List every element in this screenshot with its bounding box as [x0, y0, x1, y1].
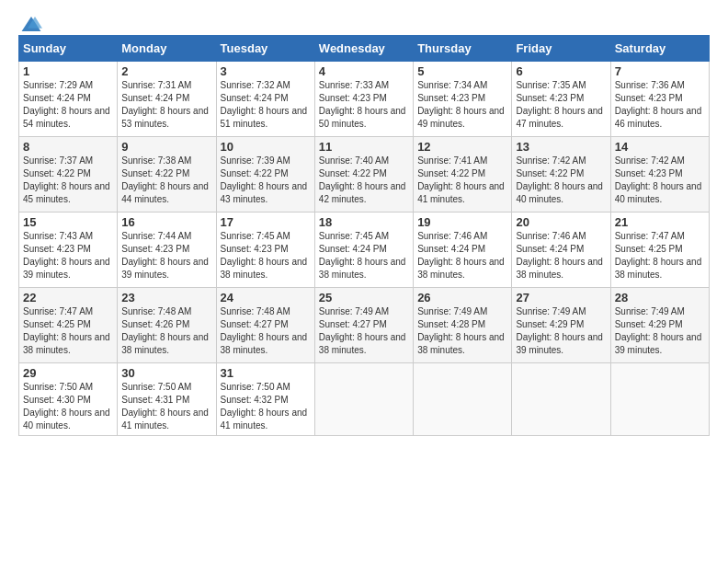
day-info: Sunrise: 7:43 AM Sunset: 4:23 PM Dayligh…	[23, 230, 113, 282]
day-number: 25	[319, 291, 409, 304]
calendar-cell: 31 Sunrise: 7:50 AM Sunset: 4:32 PM Dayl…	[216, 363, 314, 436]
day-number: 10	[221, 140, 311, 154]
calendar-cell: 1 Sunrise: 7:29 AM Sunset: 4:24 PM Dayli…	[19, 62, 118, 137]
day-number: 22	[23, 291, 113, 304]
calendar-cell	[414, 363, 512, 436]
calendar-cell: 16 Sunrise: 7:44 AM Sunset: 4:23 PM Dayl…	[118, 213, 216, 288]
calendar-cell: 5 Sunrise: 7:34 AM Sunset: 4:23 PM Dayli…	[414, 62, 512, 137]
calendar-cell: 21 Sunrise: 7:47 AM Sunset: 4:25 PM Dayl…	[610, 213, 709, 288]
calendar-cell: 8 Sunrise: 7:37 AM Sunset: 4:22 PM Dayli…	[19, 137, 118, 213]
calendar-cell: 24 Sunrise: 7:48 AM Sunset: 4:27 PM Dayl…	[216, 288, 314, 363]
calendar-cell: 7 Sunrise: 7:36 AM Sunset: 4:23 PM Dayli…	[610, 62, 709, 137]
day-info: Sunrise: 7:36 AM Sunset: 4:23 PM Dayligh…	[615, 79, 705, 131]
calendar-day-header: Thursday	[414, 36, 512, 62]
day-info: Sunrise: 7:40 AM Sunset: 4:22 PM Dayligh…	[319, 155, 409, 206]
calendar-week-row: 8 Sunrise: 7:37 AM Sunset: 4:22 PM Dayli…	[19, 137, 710, 213]
calendar-cell: 18 Sunrise: 7:45 AM Sunset: 4:24 PM Dayl…	[314, 213, 413, 288]
day-number: 17	[221, 215, 311, 229]
day-info: Sunrise: 7:47 AM Sunset: 4:25 PM Dayligh…	[615, 230, 705, 282]
page-container: SundayMondayTuesdayWednesdayThursdayFrid…	[0, 0, 728, 445]
day-number: 31	[221, 366, 311, 380]
calendar-cell: 13 Sunrise: 7:42 AM Sunset: 4:22 PM Dayl…	[512, 137, 610, 213]
day-info: Sunrise: 7:46 AM Sunset: 4:24 PM Dayligh…	[516, 230, 606, 282]
day-info: Sunrise: 7:50 AM Sunset: 4:32 PM Dayligh…	[221, 381, 311, 432]
calendar-cell: 19 Sunrise: 7:46 AM Sunset: 4:24 PM Dayl…	[414, 213, 512, 288]
calendar-cell: 29 Sunrise: 7:50 AM Sunset: 4:30 PM Dayl…	[19, 363, 118, 436]
day-info: Sunrise: 7:47 AM Sunset: 4:25 PM Dayligh…	[23, 305, 113, 357]
day-info: Sunrise: 7:38 AM Sunset: 4:22 PM Dayligh…	[121, 155, 211, 206]
day-info: Sunrise: 7:34 AM Sunset: 4:23 PM Dayligh…	[417, 79, 507, 131]
day-number: 5	[417, 64, 507, 78]
day-info: Sunrise: 7:29 AM Sunset: 4:24 PM Dayligh…	[23, 79, 113, 131]
day-number: 23	[121, 291, 211, 304]
day-number: 4	[319, 64, 409, 78]
day-number: 18	[319, 215, 409, 229]
day-number: 8	[23, 140, 113, 154]
calendar-cell: 9 Sunrise: 7:38 AM Sunset: 4:22 PM Dayli…	[118, 137, 216, 213]
day-number: 7	[615, 64, 705, 78]
day-info: Sunrise: 7:42 AM Sunset: 4:22 PM Dayligh…	[516, 155, 606, 206]
calendar-cell: 28 Sunrise: 7:49 AM Sunset: 4:29 PM Dayl…	[610, 288, 709, 363]
calendar-cell: 20 Sunrise: 7:46 AM Sunset: 4:24 PM Dayl…	[512, 213, 610, 288]
calendar-cell: 10 Sunrise: 7:39 AM Sunset: 4:22 PM Dayl…	[216, 137, 314, 213]
calendar-cell: 3 Sunrise: 7:32 AM Sunset: 4:24 PM Dayli…	[216, 62, 314, 137]
calendar-cell: 2 Sunrise: 7:31 AM Sunset: 4:24 PM Dayli…	[118, 62, 216, 137]
header	[18, 15, 710, 28]
day-info: Sunrise: 7:45 AM Sunset: 4:24 PM Dayligh…	[319, 230, 409, 282]
calendar-cell: 11 Sunrise: 7:40 AM Sunset: 4:22 PM Dayl…	[314, 137, 413, 213]
day-info: Sunrise: 7:41 AM Sunset: 4:22 PM Dayligh…	[417, 155, 507, 206]
day-info: Sunrise: 7:44 AM Sunset: 4:23 PM Dayligh…	[121, 230, 211, 282]
day-info: Sunrise: 7:49 AM Sunset: 4:27 PM Dayligh…	[319, 305, 409, 357]
calendar-day-header: Monday	[118, 36, 216, 62]
day-number: 20	[516, 215, 606, 229]
calendar-week-row: 22 Sunrise: 7:47 AM Sunset: 4:25 PM Dayl…	[19, 288, 710, 363]
day-number: 26	[417, 291, 507, 304]
day-info: Sunrise: 7:50 AM Sunset: 4:31 PM Dayligh…	[121, 381, 211, 432]
day-info: Sunrise: 7:48 AM Sunset: 4:26 PM Dayligh…	[121, 305, 211, 357]
calendar-week-row: 1 Sunrise: 7:29 AM Sunset: 4:24 PM Dayli…	[19, 62, 710, 137]
day-info: Sunrise: 7:31 AM Sunset: 4:24 PM Dayligh…	[121, 79, 211, 131]
day-number: 16	[121, 215, 211, 229]
calendar-cell: 26 Sunrise: 7:49 AM Sunset: 4:28 PM Dayl…	[414, 288, 512, 363]
day-info: Sunrise: 7:33 AM Sunset: 4:23 PM Dayligh…	[319, 79, 409, 131]
day-info: Sunrise: 7:49 AM Sunset: 4:29 PM Dayligh…	[615, 305, 705, 357]
calendar-day-header: Sunday	[19, 36, 118, 62]
day-info: Sunrise: 7:37 AM Sunset: 4:22 PM Dayligh…	[23, 155, 113, 206]
calendar-cell: 6 Sunrise: 7:35 AM Sunset: 4:23 PM Dayli…	[512, 62, 610, 137]
calendar-header-row: SundayMondayTuesdayWednesdayThursdayFrid…	[19, 36, 710, 62]
logo	[18, 15, 42, 28]
day-info: Sunrise: 7:48 AM Sunset: 4:27 PM Dayligh…	[221, 305, 311, 357]
day-info: Sunrise: 7:50 AM Sunset: 4:30 PM Dayligh…	[23, 381, 113, 432]
day-number: 11	[319, 140, 409, 154]
day-info: Sunrise: 7:49 AM Sunset: 4:28 PM Dayligh…	[417, 305, 507, 357]
day-number: 29	[23, 366, 113, 380]
day-info: Sunrise: 7:39 AM Sunset: 4:22 PM Dayligh…	[221, 155, 311, 206]
calendar-cell: 22 Sunrise: 7:47 AM Sunset: 4:25 PM Dayl…	[19, 288, 118, 363]
calendar-cell	[610, 363, 709, 436]
day-number: 2	[121, 64, 211, 78]
logo-icon	[20, 15, 42, 33]
day-number: 9	[121, 140, 211, 154]
calendar-cell: 25 Sunrise: 7:49 AM Sunset: 4:27 PM Dayl…	[314, 288, 413, 363]
day-info: Sunrise: 7:42 AM Sunset: 4:23 PM Dayligh…	[615, 155, 705, 206]
calendar-cell: 12 Sunrise: 7:41 AM Sunset: 4:22 PM Dayl…	[414, 137, 512, 213]
day-number: 27	[516, 291, 606, 304]
day-number: 12	[417, 140, 507, 154]
day-number: 30	[121, 366, 211, 380]
day-info: Sunrise: 7:49 AM Sunset: 4:29 PM Dayligh…	[516, 305, 606, 357]
calendar-cell	[314, 363, 413, 436]
calendar-cell: 14 Sunrise: 7:42 AM Sunset: 4:23 PM Dayl…	[610, 137, 709, 213]
calendar-cell: 15 Sunrise: 7:43 AM Sunset: 4:23 PM Dayl…	[19, 213, 118, 288]
day-info: Sunrise: 7:35 AM Sunset: 4:23 PM Dayligh…	[516, 79, 606, 131]
day-number: 6	[516, 64, 606, 78]
calendar-day-header: Wednesday	[314, 36, 413, 62]
day-number: 14	[615, 140, 705, 154]
calendar-cell: 23 Sunrise: 7:48 AM Sunset: 4:26 PM Dayl…	[118, 288, 216, 363]
calendar-table: SundayMondayTuesdayWednesdayThursdayFrid…	[18, 35, 710, 436]
calendar-week-row: 15 Sunrise: 7:43 AM Sunset: 4:23 PM Dayl…	[19, 213, 710, 288]
day-number: 13	[516, 140, 606, 154]
calendar-day-header: Friday	[512, 36, 610, 62]
calendar-cell: 27 Sunrise: 7:49 AM Sunset: 4:29 PM Dayl…	[512, 288, 610, 363]
calendar-cell: 30 Sunrise: 7:50 AM Sunset: 4:31 PM Dayl…	[118, 363, 216, 436]
calendar-cell	[512, 363, 610, 436]
